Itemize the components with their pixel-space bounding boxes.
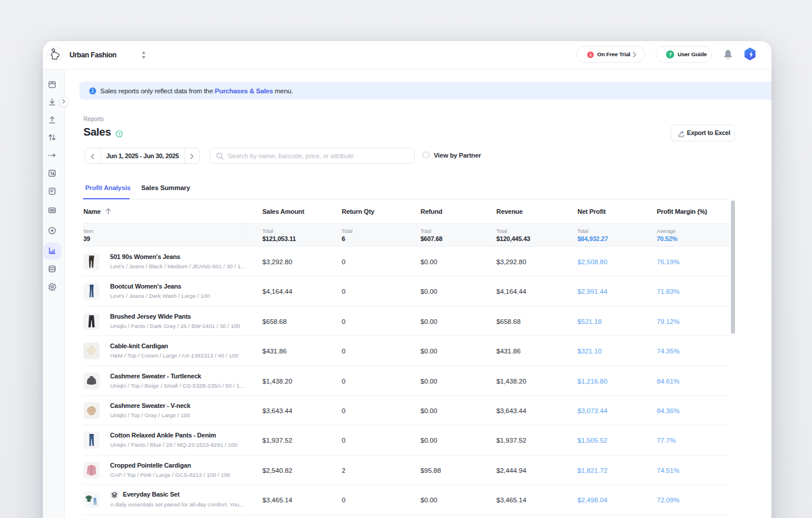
svg-text:?: ? — [118, 132, 121, 137]
svg-text:?: ? — [668, 52, 671, 57]
